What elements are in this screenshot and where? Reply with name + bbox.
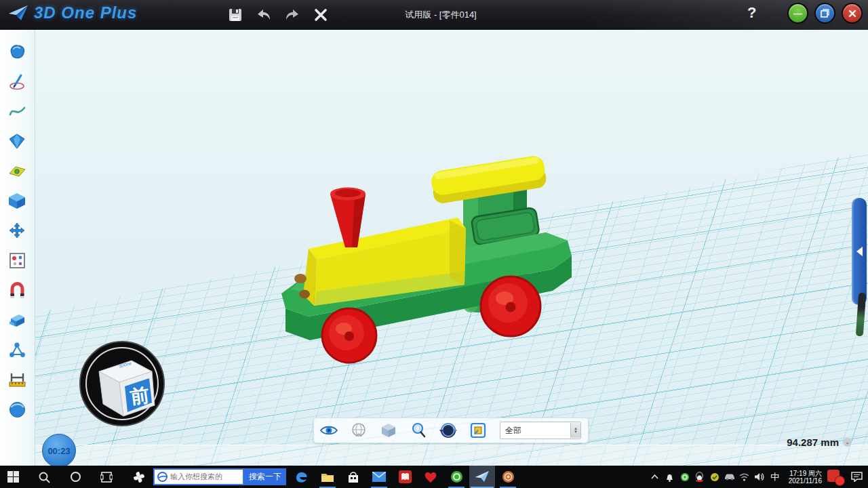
session-timer-badge: 00:23	[42, 434, 76, 466]
qq-penguin-icon[interactable]	[692, 466, 707, 488]
measurement-value: 94.287 mm	[787, 436, 839, 448]
windows-taskbar: 输入你想搜索的 搜索一下	[0, 466, 868, 488]
taskbar-search-box[interactable]: 输入你想搜索的	[153, 468, 244, 485]
title-bar: 3D One Plus 试用版 - [	[0, 0, 868, 30]
notification-badge-icon[interactable]	[827, 470, 845, 485]
pinwheel-browser-icon[interactable]	[126, 466, 152, 488]
taskbar-search-icon[interactable]	[31, 466, 57, 488]
cortana-icon[interactable]	[62, 466, 88, 488]
3d-one-plus-taskbar-icon[interactable]	[469, 466, 495, 488]
selection-filter-value: 全部	[500, 425, 570, 436]
measure-icon[interactable]	[4, 365, 31, 394]
orbit-rotate-icon[interactable]	[439, 421, 458, 440]
decal-icon[interactable]	[4, 156, 31, 186]
app-logo: 3D One Plus	[8, 3, 137, 22]
taskbar-clock[interactable]: 17:19 周六 2021/11/16	[783, 470, 827, 485]
minimize-button[interactable]: —	[787, 3, 808, 24]
zoom-magnifier-icon[interactable]	[409, 421, 428, 440]
viewport-status-strip	[35, 445, 868, 466]
ie-icon	[157, 472, 167, 482]
ime-indicator[interactable]: 中	[767, 471, 783, 483]
orange-browser-icon[interactable]	[495, 466, 521, 488]
alarm-bell-icon[interactable]	[663, 466, 677, 488]
mail-icon[interactable]	[366, 466, 392, 488]
clock-time: 17:19	[789, 470, 806, 477]
measurement-unit-toggle-icon[interactable]: ⌄	[843, 438, 852, 447]
toy-train-model[interactable]	[261, 146, 580, 380]
paper-plane-logo-icon	[8, 5, 28, 21]
collapse-arrow-icon	[856, 247, 863, 256]
special-shape-icon[interactable]	[4, 126, 31, 156]
assembly-icon[interactable]	[4, 335, 31, 365]
right-panel-handle[interactable]	[852, 198, 867, 305]
app-name: 3D One Plus	[34, 3, 137, 22]
sketch-icon[interactable]	[4, 66, 31, 96]
help-button[interactable]: ?	[747, 4, 756, 22]
action-center-icon[interactable]	[845, 466, 868, 488]
redo-button[interactable]	[282, 5, 302, 25]
green-status-icon[interactable]	[677, 466, 692, 488]
pattern-icon[interactable]	[4, 245, 31, 275]
basic-edit-move-icon[interactable]	[4, 216, 31, 245]
view-globe-icon[interactable]	[4, 394, 31, 424]
undo-button[interactable]	[254, 5, 274, 25]
document-title: 试用版 - [零件014]	[366, 9, 515, 21]
clock-day: 周六	[808, 470, 822, 477]
feature-modeling-icon[interactable]	[4, 186, 31, 216]
view-cube-front-label: 前	[129, 384, 151, 408]
red-reader-icon[interactable]	[392, 466, 418, 488]
task-view-icon[interactable]	[94, 466, 119, 488]
view-toolbar: 全部 ▲▼	[313, 418, 589, 443]
view-cube[interactable]: 3DOne 前	[79, 340, 165, 427]
green-security-icon[interactable]	[443, 466, 469, 488]
store-icon[interactable]	[340, 466, 366, 488]
selection-filter-dropdown[interactable]: 全部 ▲▼	[500, 422, 581, 439]
close-document-button[interactable]	[311, 5, 331, 25]
edge-icon[interactable]	[289, 466, 315, 488]
system-tray: 中 17:19 周六 2021/11/16	[648, 466, 868, 488]
restore-button[interactable]	[814, 3, 835, 24]
train-wheel-rear	[481, 277, 540, 336]
left-toolbar	[0, 30, 35, 466]
close-button[interactable]	[842, 3, 863, 24]
view-gimbal-icon[interactable]	[349, 421, 368, 440]
file-explorer-icon[interactable]	[315, 466, 340, 488]
volume-icon[interactable]	[752, 466, 767, 488]
curve-icon[interactable]	[4, 96, 31, 126]
combine-magnet-icon[interactable]	[4, 275, 31, 305]
train-wheel-front	[322, 308, 376, 363]
primitive-solid-icon[interactable]	[4, 37, 31, 66]
network-icon[interactable]	[737, 466, 752, 488]
timer-value: 00:23	[47, 446, 70, 456]
start-button[interactable]	[0, 466, 26, 488]
vehicle-icon[interactable]	[722, 466, 737, 488]
shade-mode-cube-icon[interactable]	[379, 421, 398, 440]
viewport-canvas[interactable]: 3DOne 前 00:23	[35, 30, 868, 466]
search-placeholder: 输入你想搜索的	[170, 472, 222, 482]
guard-shield-icon[interactable]	[707, 466, 722, 488]
tray-expand-icon[interactable]	[648, 466, 663, 488]
measurement-readout: 94.287 mm ⌄	[787, 436, 852, 448]
favorites-heart-icon[interactable]	[418, 466, 443, 488]
save-button[interactable]	[225, 5, 245, 25]
zoom-all-frame-icon[interactable]	[469, 421, 488, 440]
special-effect-icon[interactable]	[4, 305, 31, 335]
dropdown-spinner-icon[interactable]: ▲▼	[570, 423, 580, 438]
clock-date: 2021/11/16	[789, 477, 822, 485]
show-hide-eye-icon[interactable]	[319, 421, 338, 440]
search-go-button[interactable]: 搜索一下	[244, 468, 286, 485]
